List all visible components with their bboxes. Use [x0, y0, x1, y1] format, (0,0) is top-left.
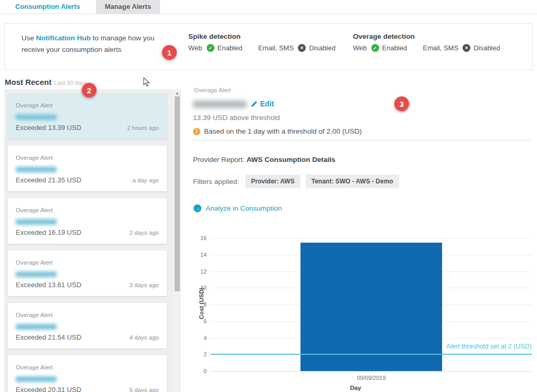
alert-type-label: Overage Alert	[16, 312, 159, 318]
redacted-product-name	[16, 271, 57, 277]
overage-detection-section: Overage detection Web Enabled Email, SMS…	[353, 32, 500, 52]
redacted-product-name	[16, 219, 57, 225]
above-threshold-text: 13.39 USD above threshold	[193, 114, 280, 122]
alert-card[interactable]: Overage Alert Exceeded 20.31 USD 5 days …	[8, 355, 167, 392]
alert-card[interactable]: Overage Alert Exceeded 13.39 USD 2 hours…	[8, 93, 167, 139]
based-on-row: Based on the 1 day with a threshold of 2…	[193, 127, 362, 135]
disabled-cross-icon	[298, 44, 306, 52]
provider-report-label: Provider Report:	[193, 156, 244, 164]
alert-message: Exceeded 13.39 USD	[16, 124, 81, 132]
chart-y-tick-label: 10	[194, 285, 207, 291]
warning-icon	[193, 128, 200, 135]
redacted-product-name	[193, 101, 246, 108]
arrow-right-circle-icon	[194, 204, 201, 212]
info-text-prefix: Use	[22, 34, 34, 42]
analyze-in-consumption-link[interactable]: Analyze in Consumption	[194, 204, 282, 212]
alert-type-label: Overage Alert	[16, 207, 159, 213]
annotation-badge-3: 3	[394, 96, 409, 111]
consumption-alerts-page: Consumption Alerts Manage Alerts Use Not…	[0, 0, 537, 392]
disabled-cross-icon	[463, 44, 470, 52]
alert-type-label: Overage Alert	[16, 155, 159, 161]
spike-detection-section: Spike detection Web Enabled Email, SMS D…	[188, 32, 336, 52]
alert-card[interactable]: Overage Alert Exceeded 16.19 USD 2 days …	[8, 198, 167, 244]
overage-detection-title: Overage detection	[353, 32, 500, 40]
tab-bar: Consumption Alerts Manage Alerts	[0, 0, 537, 14]
chart-y-tick-label: 14	[194, 252, 207, 258]
chart-y-tick-label: 12	[194, 268, 207, 275]
list-scrollbar[interactable]: ▲	[174, 89, 181, 392]
redacted-product-name	[16, 376, 57, 382]
chart-bar	[300, 243, 442, 371]
redacted-product-name	[16, 167, 57, 172]
chart-y-tick-label: 2	[194, 351, 207, 357]
filter-chip-provider: Provider: AWS	[245, 175, 300, 188]
divider	[193, 140, 531, 140]
tab-manage-alerts[interactable]: Manage Alerts	[96, 0, 160, 14]
alert-threshold-line	[211, 354, 532, 355]
chart-y-tick-label: 6	[194, 318, 207, 324]
filters-applied-label: Filters applied:	[193, 178, 239, 186]
alert-type-label: Overage Alert	[16, 259, 159, 266]
redacted-product-name	[16, 114, 57, 120]
alert-card[interactable]: Overage Alert Exceeded 13.61 USD 3 days …	[8, 251, 167, 296]
alert-message: Exceeded 20.31 USD	[16, 386, 81, 392]
chart-x-axis-label: Day	[335, 385, 377, 391]
pencil-icon	[251, 101, 257, 107]
alert-timestamp: a day ago	[132, 177, 159, 183]
alert-card[interactable]: Overage Alert Exceeded 21.54 USD 4 days …	[8, 303, 167, 349]
edit-alert-button[interactable]: Edit	[251, 100, 274, 108]
most-recent-subtitle: Last 30 days	[54, 80, 87, 86]
spike-email-label: Email, SMS	[258, 44, 294, 52]
notification-info-bar: Use Notification Hub to manage how you r…	[4, 23, 533, 70]
alert-timestamp: 5 days ago	[130, 387, 159, 392]
based-on-text: Based on the 1 day with a threshold of 2…	[204, 127, 362, 135]
chart-gridline	[211, 238, 532, 238]
chart-y-tick-label: 0	[194, 368, 207, 374]
chart-y-tick-label: 4	[194, 335, 207, 341]
enabled-check-icon	[371, 44, 379, 52]
alert-type-label: Overage Alert	[16, 364, 159, 371]
redacted-product-name	[16, 324, 57, 330]
chart-y-tick-label: 8	[194, 301, 207, 308]
alert-threshold-label: Alert threshold set at 2 (USD)	[374, 343, 532, 350]
spike-web-label: Web	[188, 44, 202, 52]
alert-message: Exceeded 16.19 USD	[16, 228, 81, 236]
scrollbar-up-arrow-icon[interactable]: ▲	[174, 90, 181, 96]
edit-label: Edit	[260, 100, 274, 108]
overage-email-label: Email, SMS	[423, 44, 458, 52]
notification-hub-text: Use Notification Hub to manage how you r…	[22, 32, 174, 56]
chart-y-tick-label: 16	[194, 235, 207, 241]
annotation-badge-1: 1	[162, 45, 177, 60]
alert-timestamp: 2 days ago	[130, 230, 159, 236]
notification-hub-link[interactable]: Notification Hub	[36, 34, 91, 42]
alert-list: Overage Alert Exceeded 13.39 USD 2 hours…	[4, 89, 181, 392]
scrollbar-thumb[interactable]	[175, 96, 180, 291]
filter-chip-tenant: Tenant: SWO - AWS - Demo	[306, 175, 399, 188]
provider-report-value: AWS Consumption Details	[246, 156, 336, 164]
filters-applied-row: Filters applied: Provider: AWS Tenant: S…	[193, 175, 404, 188]
alert-message: Exceeded 13.61 USD	[16, 281, 81, 289]
annotation-badge-2: 2	[82, 83, 96, 97]
detail-alert-type-label: Overage Alert	[194, 87, 231, 93]
alert-timestamp: 3 days ago	[130, 282, 159, 288]
spike-email-status: Disabled	[309, 44, 336, 52]
spike-detection-title: Spike detection	[188, 32, 336, 40]
alert-type-label: Overage Alert	[16, 102, 159, 108]
tab-consumption-alerts[interactable]: Consumption Alerts	[6, 0, 89, 14]
alert-message: Exceeded 21.54 USD	[16, 333, 81, 341]
cost-bar-chart: Cost (USD) Day 024681012141609/09/2019Al…	[194, 231, 536, 392]
alert-timestamp: 2 hours ago	[127, 125, 159, 131]
provider-report-row: Provider Report: AWS Consumption Details	[193, 156, 336, 164]
alert-card[interactable]: Overage Alert Exceeded 21.35 USD a day a…	[8, 146, 167, 191]
alert-timestamp: 4 days ago	[130, 334, 159, 341]
chart-gridline	[211, 371, 532, 372]
analyze-label: Analyze in Consumption	[206, 204, 282, 212]
most-recent-title: Most Recent	[5, 78, 51, 86]
most-recent-header: Most RecentLast 30 days	[5, 78, 87, 86]
mouse-cursor-icon	[143, 77, 151, 88]
overage-email-status: Disabled	[474, 44, 500, 52]
enabled-check-icon	[207, 44, 214, 52]
alert-message: Exceeded 21.35 USD	[16, 176, 81, 184]
spike-web-status: Enabled	[218, 44, 243, 52]
overage-web-status: Enabled	[382, 44, 407, 52]
